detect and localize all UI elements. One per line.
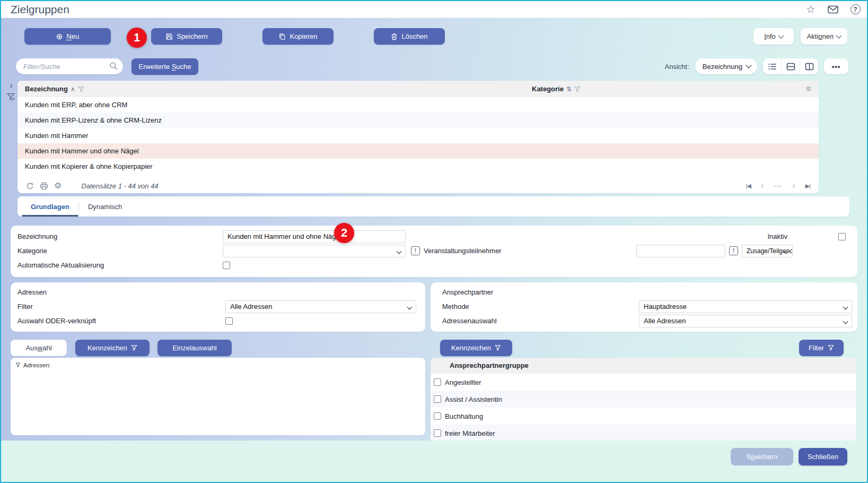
ansprechpartnergruppe-list: Ansprechpartnergruppe Angestellter Assis… xyxy=(431,358,856,444)
info-button[interactable]: Info xyxy=(753,28,794,45)
more-options-button[interactable]: ••• xyxy=(824,58,848,74)
gruppe-row[interactable]: Buchhaltung xyxy=(431,408,856,425)
speichern-button[interactable]: Speichern xyxy=(151,28,222,45)
gruppe-checkbox[interactable] xyxy=(434,429,441,437)
bottom-action-bar: Speichern Schließen xyxy=(1,441,867,482)
einzelauswahl-button[interactable]: Einzelauswahl xyxy=(157,340,232,356)
refresh-icon[interactable] xyxy=(26,182,34,190)
chevron-down-icon xyxy=(836,32,842,38)
bezeichnung-input[interactable] xyxy=(223,230,406,243)
gruppe-checkbox[interactable] xyxy=(434,395,441,403)
funnel-icon xyxy=(15,363,21,368)
list-row[interactable]: Kunden mit ERP-Lizenz & ohne CRM-Lizenz xyxy=(17,113,819,128)
chevron-down-icon xyxy=(778,32,784,38)
kennzeichen-button-left[interactable]: Kennzeichen xyxy=(75,340,150,356)
tab-grundlagen[interactable]: Grundlagen xyxy=(22,196,78,217)
grundlagen-form: Bezeichnung Inaktiv Kategorie ! Veransta… xyxy=(11,226,857,277)
adressen-result-list: Adressen: xyxy=(11,358,425,435)
oder-verknuepft-label: Auswahl ODER-verknüpft xyxy=(11,317,225,325)
pager-prev-icon[interactable]: ‹ xyxy=(761,182,764,190)
expand-panel-icon[interactable]: › xyxy=(10,82,13,89)
record-count: Datensätze 1 - 44 von 44 xyxy=(81,182,158,190)
gruppe-list-header: Ansprechpartnergruppe xyxy=(431,358,856,374)
list-row[interactable]: Kunden mit Kopierer & ohne Kopierpapier xyxy=(17,159,819,174)
kategorie-label: Kategorie xyxy=(11,247,223,255)
gear-icon[interactable]: ⚙ xyxy=(54,182,62,190)
pager-last-icon[interactable]: ▶| xyxy=(805,183,810,189)
kopieren-button[interactable]: Kopieren xyxy=(262,28,334,45)
copy-icon xyxy=(278,33,286,40)
chevron-down-icon xyxy=(746,62,751,68)
view-split-vertical-button[interactable] xyxy=(800,58,818,74)
adressen-caption: Adressen: xyxy=(23,362,51,368)
column-header-kategorie[interactable]: Kategorie ⇅ xyxy=(532,81,581,97)
column-header-bezeichnung[interactable]: Bezeichnung ∧ xyxy=(25,85,84,93)
adressenauswahl-select[interactable]: Alle Adressen xyxy=(639,315,852,327)
list-footer: ⚙ Datensätze 1 - 44 von 44 |◀ ‹ ··· › ▶| xyxy=(17,178,819,193)
page-title: Zielgruppen xyxy=(11,3,69,16)
gruppe-row[interactable]: Angestellter xyxy=(431,374,856,391)
auto-aktualisierung-label: Automatische Aktualisierung xyxy=(11,261,223,269)
list-row[interactable]: Kunden mit ERP, aber ohne CRM xyxy=(17,97,819,113)
help-icon[interactable]: ? xyxy=(850,4,861,15)
clear-filter-icon[interactable] xyxy=(7,93,15,101)
view-select[interactable]: Bezeichnung xyxy=(695,58,757,74)
annotation-step-1: 1 xyxy=(127,28,147,48)
pager-pages-icon[interactable]: ··· xyxy=(774,183,782,189)
mail-icon[interactable] xyxy=(828,4,838,15)
ansprechpartner-panel: Ansprechpartner Methode Hauptadresse Adr… xyxy=(431,282,857,332)
gruppe-row[interactable]: Assist / Assistentin xyxy=(431,391,856,408)
schliessen-button[interactable]: Schließen xyxy=(799,448,847,465)
veranstaltung-label: Veranstaltungsteilnehmer xyxy=(424,247,502,255)
column-menu-icon[interactable]: ≡ xyxy=(806,81,811,97)
view-split-horizontal-button[interactable] xyxy=(781,58,800,74)
erweiterte-suche-button[interactable]: Erweiterte Suche xyxy=(131,58,198,75)
info-exclamation-icon[interactable]: ! xyxy=(411,246,420,255)
view-list-button[interactable] xyxy=(763,58,781,74)
favorite-star-icon[interactable]: ☆ xyxy=(805,4,816,15)
oder-verknuepft-checkbox[interactable] xyxy=(225,317,233,325)
filter-funnel-icon[interactable] xyxy=(78,86,84,92)
adressen-filter-select[interactable]: Alle Adressen xyxy=(225,300,416,313)
search-input[interactable] xyxy=(16,58,123,74)
info-exclamation-icon[interactable]: ! xyxy=(729,246,738,255)
zusage-select[interactable]: Zusage/Teilgenomr xyxy=(742,245,793,257)
sort-both-icon: ⇅ xyxy=(566,85,572,93)
search-icon xyxy=(109,62,118,71)
save-icon xyxy=(165,33,173,40)
filter-label: Filter xyxy=(11,303,225,310)
methode-select[interactable]: Hauptadresse xyxy=(639,300,852,313)
veranstaltung-input[interactable] xyxy=(636,245,725,257)
kategorie-select[interactable] xyxy=(223,245,406,257)
kennzeichen-button-right[interactable]: Kennzeichen xyxy=(440,340,512,356)
detail-tabs: Grundlagen Dynamisch xyxy=(17,196,849,217)
auswahl-button[interactable]: Auswahl xyxy=(11,340,67,356)
list-header: Bezeichnung ∧ Kategorie ⇅ ≡ xyxy=(17,81,819,97)
adressen-panel: Adressen Filter Alle Adressen Auswahl OD… xyxy=(11,282,425,332)
tab-dynamisch[interactable]: Dynamisch xyxy=(79,196,131,217)
gruppe-checkbox[interactable] xyxy=(434,378,441,386)
gruppe-row[interactable]: freier Mitarbeiter xyxy=(431,425,856,442)
list-row[interactable]: Kunden mit Hammer xyxy=(17,128,819,143)
funnel-icon xyxy=(495,344,501,351)
speichern-bottom-button[interactable]: Speichern xyxy=(731,448,793,465)
aktionen-button[interactable]: Aktionen xyxy=(801,28,847,45)
pager-first-icon[interactable]: |◀ xyxy=(746,183,751,189)
app-window: Zielgruppen ☆ ? ⊕ Neu Speichern xyxy=(0,0,868,483)
inaktiv-label: Inaktiv xyxy=(767,232,787,240)
adressenauswahl-label: Adressenauswahl xyxy=(431,317,639,325)
methode-label: Methode xyxy=(431,303,639,310)
inaktiv-checkbox[interactable] xyxy=(838,233,846,240)
auto-aktualisierung-checkbox[interactable] xyxy=(223,262,230,269)
annotation-step-2: 2 xyxy=(334,223,354,243)
pager-next-icon[interactable]: › xyxy=(792,182,795,190)
print-icon[interactable] xyxy=(40,182,48,190)
filter-funnel-icon[interactable] xyxy=(574,86,581,92)
neu-button[interactable]: ⊕ Neu xyxy=(24,28,111,45)
loeschen-button[interactable]: Löschen xyxy=(374,28,445,45)
list-row-selected[interactable]: Kunden mit Hammer und ohne Nägel xyxy=(17,143,819,159)
filter-button[interactable]: Filter xyxy=(799,340,844,356)
funnel-icon xyxy=(828,344,834,351)
gruppe-checkbox[interactable] xyxy=(434,412,441,420)
ansprechpartner-title: Ansprechpartner xyxy=(431,282,857,299)
